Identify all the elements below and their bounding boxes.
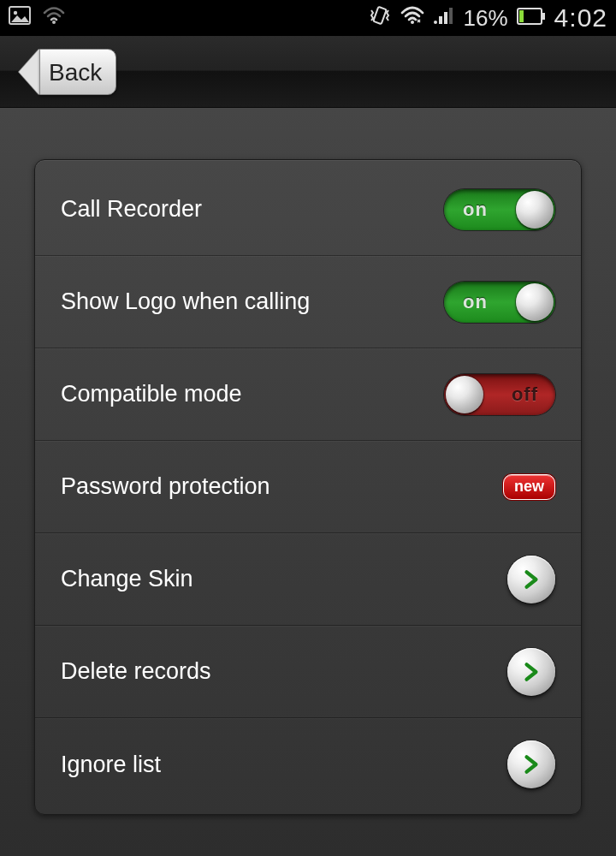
back-button[interactable]: Back bbox=[19, 49, 116, 95]
row-compatible-mode[interactable]: Compatible mode off bbox=[35, 348, 581, 441]
toggle-text: off bbox=[512, 374, 538, 415]
status-right: 16% 4:02 bbox=[368, 3, 607, 33]
svg-rect-11 bbox=[519, 10, 524, 22]
toggle-text: on bbox=[463, 189, 488, 230]
row-ignore-list[interactable]: Ignore list bbox=[35, 718, 581, 811]
row-call-recorder[interactable]: Call Recorder on bbox=[35, 163, 581, 256]
nav-arrow-button[interactable] bbox=[507, 648, 555, 696]
status-left bbox=[9, 6, 65, 30]
row-change-skin[interactable]: Change Skin bbox=[35, 533, 581, 626]
row-label: Call Recorder bbox=[61, 196, 202, 223]
wifi-weak-icon bbox=[43, 6, 65, 30]
row-password-protection[interactable]: Password protection new bbox=[35, 441, 581, 533]
signal-icon bbox=[433, 6, 455, 30]
row-delete-records[interactable]: Delete records bbox=[35, 626, 581, 718]
row-label: Change Skin bbox=[61, 566, 193, 592]
status-bar: 16% 4:02 bbox=[0, 0, 616, 36]
toggle-knob-icon bbox=[446, 376, 483, 413]
new-badge: new bbox=[503, 474, 555, 500]
vibrate-icon bbox=[368, 5, 392, 31]
svg-rect-6 bbox=[439, 16, 442, 24]
chevron-right-icon bbox=[520, 661, 542, 683]
back-button-label: Back bbox=[39, 49, 116, 95]
svg-point-2 bbox=[52, 21, 56, 24]
svg-rect-7 bbox=[444, 12, 447, 24]
toggle-text: on bbox=[463, 282, 488, 323]
row-label: Password protection bbox=[61, 473, 270, 500]
toggle-call-recorder[interactable]: on bbox=[444, 189, 555, 230]
row-label: Show Logo when calling bbox=[61, 288, 310, 315]
svg-point-1 bbox=[14, 11, 17, 15]
toggle-knob-icon bbox=[516, 283, 554, 321]
chevron-right-icon bbox=[520, 753, 542, 776]
status-clock: 4:02 bbox=[554, 3, 607, 33]
svg-point-5 bbox=[434, 21, 437, 24]
svg-rect-8 bbox=[449, 8, 453, 24]
svg-rect-3 bbox=[373, 7, 387, 24]
svg-point-4 bbox=[411, 21, 414, 24]
toggle-show-logo[interactable]: on bbox=[444, 282, 555, 323]
back-arrow-icon bbox=[19, 49, 39, 95]
row-label: Compatible mode bbox=[61, 381, 242, 407]
battery-icon bbox=[517, 6, 546, 30]
row-label: Delete records bbox=[61, 658, 211, 685]
row-label: Ignore list bbox=[61, 752, 161, 778]
row-show-logo[interactable]: Show Logo when calling on bbox=[35, 256, 581, 348]
toggle-compatible-mode[interactable]: off bbox=[444, 374, 555, 415]
wifi-icon bbox=[400, 6, 424, 30]
battery-percent: 16% bbox=[464, 5, 508, 32]
gallery-icon bbox=[9, 6, 31, 30]
nav-arrow-button[interactable] bbox=[507, 556, 555, 603]
chevron-right-icon bbox=[520, 568, 542, 591]
toggle-knob-icon bbox=[516, 191, 554, 229]
nav-arrow-button[interactable] bbox=[507, 740, 555, 788]
settings-panel: Call Recorder on Show Logo when calling … bbox=[34, 159, 582, 815]
nav-bar: Back bbox=[0, 36, 616, 108]
svg-rect-10 bbox=[542, 13, 545, 20]
